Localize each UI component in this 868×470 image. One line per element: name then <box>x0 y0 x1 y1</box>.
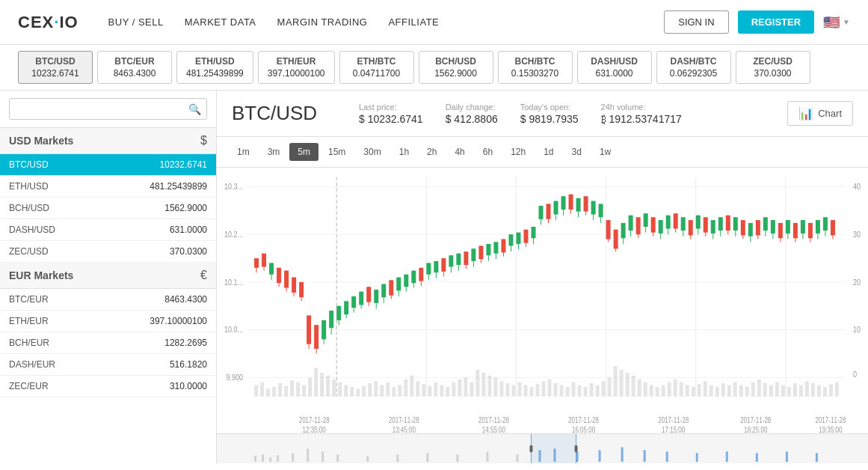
svg-rect-96 <box>608 377 612 396</box>
market-row-bchusd[interactable]: BCH/USD 1562.9000 <box>0 198 216 219</box>
nav-buy-sell[interactable]: BUY / SELL <box>108 16 164 28</box>
nav-margin[interactable]: MARGIN TRADING <box>277 16 368 28</box>
ticker-bchbtc[interactable]: BCH/BTC 0.15303270 <box>498 51 573 84</box>
time-1m[interactable]: 1m <box>229 143 258 161</box>
time-3m[interactable]: 3m <box>259 143 289 161</box>
svg-rect-299 <box>321 451 324 462</box>
nav-market-data[interactable]: MARKET DATA <box>185 16 256 28</box>
search-input[interactable] <box>9 98 207 120</box>
chevron-down-icon: ▼ <box>843 18 850 26</box>
svg-text:0: 0 <box>853 370 857 379</box>
svg-rect-90 <box>572 382 576 397</box>
svg-rect-238 <box>636 217 641 234</box>
svg-rect-184 <box>434 261 438 272</box>
time-3d[interactable]: 3d <box>564 143 590 161</box>
svg-rect-119 <box>745 387 749 397</box>
eur-markets-section: EUR Markets € BTC/EUR 8463.4300 ETH/EUR … <box>0 263 216 397</box>
mini-chart[interactable] <box>217 433 868 463</box>
svg-rect-46 <box>308 377 312 396</box>
svg-rect-81 <box>517 382 521 397</box>
flag-button[interactable]: 🇺🇸 ▼ <box>823 14 850 31</box>
register-button[interactable]: REGISTER <box>738 10 814 34</box>
svg-rect-204 <box>508 234 513 245</box>
ticker-dashusd[interactable]: DASH/USD 631.0000 <box>577 51 652 84</box>
time-5m[interactable]: 5m <box>289 143 318 161</box>
svg-rect-252 <box>689 220 693 235</box>
logo: CEX·IO <box>18 13 79 32</box>
ticker-etheur[interactable]: ETH/EUR 397.10000100 <box>258 51 335 84</box>
svg-rect-133 <box>829 384 833 397</box>
svg-rect-264 <box>733 217 738 231</box>
svg-rect-166 <box>366 287 371 302</box>
svg-rect-172 <box>389 280 393 295</box>
market-price: 370.0300 <box>170 246 207 257</box>
svg-text:10.3...: 10.3... <box>224 182 243 191</box>
svg-rect-61 <box>398 385 401 397</box>
time-12h[interactable]: 12h <box>502 143 534 161</box>
svg-rect-60 <box>392 387 395 397</box>
svg-rect-37 <box>254 385 258 397</box>
market-row-ethusd[interactable]: ETH/USD 481.25439899 <box>0 176 216 198</box>
market-row-zeceur[interactable]: ZEC/EUR 310.0000 <box>0 376 216 397</box>
signin-button[interactable]: SIGN IN <box>664 10 728 34</box>
svg-rect-105 <box>662 385 665 397</box>
svg-rect-75 <box>481 373 485 397</box>
search-wrap: 🔍 <box>9 98 207 120</box>
svg-rect-69 <box>446 387 449 397</box>
svg-rect-312 <box>644 450 646 462</box>
svg-text:2017-11-28: 2017-11-28 <box>740 417 771 425</box>
svg-rect-234 <box>621 223 626 238</box>
time-1d[interactable]: 1d <box>535 143 561 161</box>
market-row-etheur[interactable]: ETH/EUR 397.10000100 <box>0 311 216 332</box>
svg-rect-156 <box>329 311 333 328</box>
ticker-btceur[interactable]: BTC/EUR 8463.4300 <box>97 51 172 84</box>
time-1h[interactable]: 1h <box>391 143 417 161</box>
svg-rect-276 <box>778 223 783 238</box>
svg-rect-196 <box>478 245 483 259</box>
ticker-bchusd[interactable]: BCH/USD 1562.9000 <box>419 51 493 84</box>
svg-rect-316 <box>756 453 758 462</box>
usd-currency-symbol: $ <box>200 134 207 147</box>
svg-rect-194 <box>471 248 475 261</box>
svg-text:9.900: 9.900 <box>227 373 244 382</box>
market-row-dasheur[interactable]: DASH/EUR 516.1820 <box>0 354 216 376</box>
chart-button[interactable]: 📊 Chart <box>787 101 853 126</box>
time-30m[interactable]: 30m <box>355 143 389 161</box>
svg-rect-268 <box>748 223 753 236</box>
market-row-dashusd[interactable]: DASH/USD 631.0000 <box>0 219 216 241</box>
ticker-zecusd[interactable]: ZEC/USD 370.0300 <box>736 51 810 84</box>
ticker-ethbtc[interactable]: ETH/BTC 0.04711700 <box>339 51 414 84</box>
ticker-bar: BTC/USD 10232.6741 BTC/EUR 8463.4300 ETH… <box>0 45 868 91</box>
svg-rect-80 <box>511 385 515 397</box>
ticker-btcusd[interactable]: BTC/USD 10232.6741 <box>18 51 93 84</box>
candlestick-chart[interactable]: 10.3... 10.2... 10.1... 10.0... 9.900 40… <box>217 168 868 463</box>
svg-rect-182 <box>426 263 431 274</box>
time-6h[interactable]: 6h <box>475 143 501 161</box>
ticker-dashbtc[interactable]: DASH/BTC 0.06292305 <box>656 51 731 84</box>
svg-rect-317 <box>786 451 788 462</box>
market-row-bcheur[interactable]: BCH/EUR 1282.2695 <box>0 332 216 354</box>
ticker-ethusd[interactable]: ETH/USD 481.25439899 <box>176 51 253 84</box>
svg-rect-136 <box>254 258 259 268</box>
svg-text:10.2...: 10.2... <box>224 230 243 239</box>
time-2h[interactable]: 2h <box>419 143 445 161</box>
chart-todays-open-stat: Today's open: $ 9819.7935 <box>520 103 579 125</box>
svg-rect-301 <box>366 456 369 462</box>
time-1w[interactable]: 1w <box>591 143 619 161</box>
time-4h[interactable]: 4h <box>446 143 473 161</box>
time-15m[interactable]: 15m <box>320 143 354 161</box>
svg-rect-162 <box>351 296 356 308</box>
nav-affiliate[interactable]: AFFILIATE <box>388 16 439 28</box>
svg-rect-214 <box>547 204 551 219</box>
market-row-btceur[interactable]: BTC/EUR 8463.4300 <box>0 289 216 311</box>
svg-rect-52 <box>344 385 348 397</box>
svg-rect-51 <box>338 382 342 397</box>
market-row-zecusd[interactable]: ZEC/USD 370.0300 <box>0 241 216 263</box>
header: CEX·IO BUY / SELL MARKET DATA MARGIN TRA… <box>0 0 868 45</box>
svg-rect-148 <box>299 282 304 297</box>
market-row-btcusd[interactable]: BTC/USD 10232.6741 <box>0 154 216 176</box>
svg-rect-302 <box>396 454 398 462</box>
chart-daily-change-stat: Daily change: $ 412.8806 <box>446 103 498 125</box>
svg-rect-66 <box>428 386 431 397</box>
ticker-pair: ZEC/USD <box>745 56 801 67</box>
